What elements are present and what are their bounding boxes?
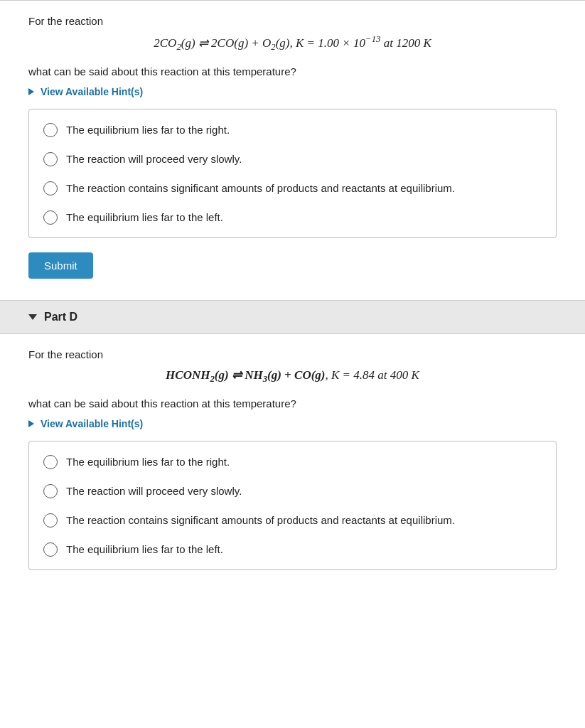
part-c-option-1-label: The equilibrium lies far to the right. [66,122,230,137]
part-d-equation: HCONH2(g) ⇌ NH3(g) + CO(g), K = 4.84 at … [28,368,557,385]
part-c-radio-1[interactable] [43,123,58,137]
part-c-option-2-label: The reaction will proceed very slowly. [66,151,242,166]
part-d-section: For the reaction HCONH2(g) ⇌ NH3(g) + CO… [0,334,585,606]
part-d-hint-arrow-icon [28,420,34,427]
part-d-option-1-label: The equilibrium lies far to the right. [66,454,230,469]
part-d-radio-1[interactable] [43,455,58,469]
part-d-option-2[interactable]: The reaction will proceed very slowly. [43,483,542,498]
part-d-option-1[interactable]: The equilibrium lies far to the right. [43,454,542,469]
part-c-for-reaction-label: For the reaction [28,15,557,27]
part-d-option-4[interactable]: The equilibrium lies far to the left. [43,542,542,557]
part-d-radio-4[interactable] [43,542,58,557]
part-c-option-1[interactable]: The equilibrium lies far to the right. [43,122,542,137]
part-d-hint-link[interactable]: View Available Hint(s) [28,418,557,429]
part-c-hint-label: View Available Hint(s) [41,86,143,97]
part-d-header-label: Part D [44,311,77,323]
part-c-hint-arrow-icon [28,88,34,95]
part-d-option-3[interactable]: The reaction contains significant amount… [43,513,542,528]
part-c-question: what can be said about this reaction at … [28,65,557,77]
part-d-radio-2[interactable] [43,484,58,498]
part-c-answer-box: The equilibrium lies far to the right. T… [28,109,557,238]
part-c-radio-2[interactable] [43,152,58,166]
part-d-option-3-label: The reaction contains significant amount… [66,513,455,528]
part-c-option-2[interactable]: The reaction will proceed very slowly. [43,151,542,166]
part-c-section: For the reaction 2CO2(g) ⇌ 2CO(g) + O2(g… [0,1,585,300]
part-d-for-reaction-label: For the reaction [28,348,557,360]
part-c-equation: 2CO2(g) ⇌ 2CO(g) + O2(g), K = 1.00 × 10−… [28,34,557,53]
part-d-radio-3[interactable] [43,513,58,528]
part-c-option-4[interactable]: The equilibrium lies far to the left. [43,210,542,225]
part-d-question: what can be said about this reaction at … [28,397,557,410]
part-d-option-4-label: The equilibrium lies far to the left. [66,542,223,557]
part-d-answer-box: The equilibrium lies far to the right. T… [28,441,557,570]
part-d-chevron-icon[interactable] [28,314,37,320]
part-d-option-2-label: The reaction will proceed very slowly. [66,483,242,498]
part-d-hint-label: View Available Hint(s) [41,418,143,429]
part-d-header: Part D [0,300,585,334]
page-wrapper: For the reaction 2CO2(g) ⇌ 2CO(g) + O2(g… [0,0,585,728]
part-c-option-3-label: The reaction contains significant amount… [66,181,455,196]
part-c-option-4-label: The equilibrium lies far to the left. [66,210,223,225]
part-c-hint-link[interactable]: View Available Hint(s) [28,86,557,97]
part-c-option-3[interactable]: The reaction contains significant amount… [43,181,542,196]
part-c-radio-4[interactable] [43,210,58,225]
part-c-radio-3[interactable] [43,181,58,196]
part-c-submit-button[interactable]: Submit [28,252,93,279]
